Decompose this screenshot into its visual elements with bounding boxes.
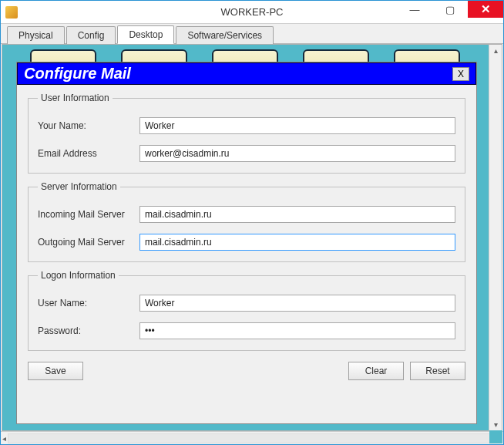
scroll-left-icon[interactable]: ◂ [2, 434, 6, 443]
tab-physical[interactable]: Physical [7, 26, 65, 44]
clear-button[interactable]: Clear [348, 362, 404, 380]
scroll-track[interactable] [8, 433, 496, 443]
email-address-row: Email Address [38, 145, 455, 162]
tab-software-services[interactable]: Software/Services [176, 26, 274, 44]
dialog-body: User Information Your Name: Email Addres… [17, 85, 476, 388]
outgoing-server-input[interactable] [139, 234, 455, 251]
reset-button[interactable]: Reset [410, 362, 465, 380]
incoming-server-row: Incoming Mail Server [38, 206, 455, 223]
logon-information-legend: Logon Information [38, 270, 119, 281]
your-name-input[interactable] [139, 117, 455, 134]
maximize-button[interactable]: ▢ [432, 1, 468, 18]
user-information-group: User Information Your Name: Email Addres… [28, 93, 465, 174]
logon-information-group: Logon Information User Name: Password: [28, 270, 465, 351]
configure-mail-dialog: Configure Mail X User Information Your N… [16, 62, 477, 424]
email-address-input[interactable] [139, 145, 455, 162]
tab-desktop[interactable]: Desktop [117, 25, 174, 44]
window-controls: — ▢ ✕ [397, 1, 503, 18]
your-name-label: Your Name: [38, 120, 139, 131]
dialog-titlebar: Configure Mail X [17, 62, 476, 85]
app-window: WORKER-PC — ▢ ✕ Physical Config Desktop … [0, 0, 504, 445]
minimize-button[interactable]: — [397, 1, 432, 18]
user-name-row: User Name: [38, 295, 455, 312]
server-information-legend: Server Information [38, 181, 120, 192]
dialog-close-button[interactable]: X [452, 67, 469, 81]
dialog-title-text: Configure Mail [24, 65, 131, 83]
outgoing-server-label: Outgoing Mail Server [38, 237, 139, 248]
user-name-label: User Name: [38, 298, 139, 308]
horizontal-scrollbar[interactable]: ◂ ▸ [1, 431, 503, 444]
desktop-area: ▴ ▾ Configure Mail X User Information Yo… [2, 44, 502, 431]
user-information-legend: User Information [38, 93, 113, 103]
outgoing-server-row: Outgoing Mail Server [38, 234, 455, 251]
titlebar: WORKER-PC — ▢ ✕ [1, 1, 503, 24]
scroll-down-icon[interactable]: ▾ [494, 420, 498, 429]
save-button[interactable]: Save [28, 362, 83, 380]
scroll-corner [489, 430, 502, 443]
tab-bar: Physical Config Desktop Software/Service… [1, 24, 503, 44]
password-row: Password: [38, 322, 455, 339]
email-address-label: Email Address [38, 148, 139, 159]
your-name-row: Your Name: [38, 117, 455, 134]
password-input[interactable] [139, 322, 455, 339]
incoming-server-input[interactable] [139, 206, 455, 223]
password-label: Password: [38, 325, 139, 336]
dialog-button-row: Save Clear Reset [28, 359, 465, 380]
incoming-server-label: Incoming Mail Server [38, 209, 139, 220]
server-information-group: Server Information Incoming Mail Server … [28, 181, 465, 262]
tab-config[interactable]: Config [66, 26, 116, 44]
vertical-scrollbar[interactable]: ▴ ▾ [489, 45, 502, 430]
scroll-up-icon[interactable]: ▴ [494, 46, 498, 55]
user-name-input[interactable] [139, 295, 455, 312]
app-icon [5, 6, 18, 19]
close-button[interactable]: ✕ [468, 1, 503, 18]
